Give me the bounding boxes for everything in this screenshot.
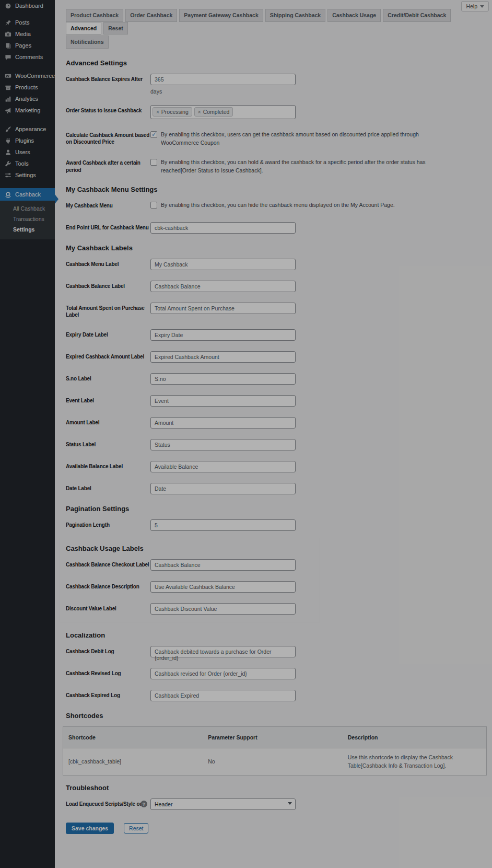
submenu-item-settings[interactable]: Settings	[0, 224, 55, 235]
table-header-shortcode: Shortcode	[63, 726, 203, 748]
field-label: Pagination Length	[66, 519, 150, 531]
settings-row-date-label: Date LabelDate	[66, 483, 482, 494]
field-control: Available Balance	[150, 461, 482, 472]
s-no-label-input[interactable]: S.no	[150, 373, 296, 385]
help-button[interactable]: Help	[461, 1, 489, 11]
field-label: Expired Cashback Amount Label	[66, 351, 150, 363]
cashback-expired-log-input[interactable]: Cashback Expired	[150, 690, 296, 701]
available-balance-label-input[interactable]: Available Balance	[150, 461, 296, 472]
settings-row-award-cashback-after-a-certain-period: Award Cashback after a certain periodBy …	[66, 157, 482, 175]
tab-notifications[interactable]: Notifications	[66, 36, 109, 49]
sidebar-item-plugins[interactable]: Plugins	[0, 135, 55, 146]
settings-row-s-no-label: S.no LabelS.no	[66, 373, 482, 385]
cashback-menu-label-input[interactable]: My Cashback	[150, 259, 296, 270]
cashback-balance-checkout-label-input[interactable]: Cashback Balance	[150, 559, 296, 571]
settings-row-available-balance-label: Available Balance LabelAvailable Balance	[66, 461, 482, 472]
sidebar-item-appearance[interactable]: Appearance	[0, 123, 55, 135]
tab-order-cashback[interactable]: Order Cashback	[125, 9, 177, 22]
tab-credit-debit-cashback[interactable]: Credit/Debit Cashback	[383, 9, 451, 22]
field-label: Calculate Cashback Amount based on Disco…	[66, 130, 150, 147]
section-heading: My Cashback Labels	[66, 244, 482, 252]
tab-cashback-usage[interactable]: Cashback Usage	[327, 9, 381, 22]
cashback-revised-log-input[interactable]: Cashback revised for Order {order_id}	[150, 668, 296, 679]
sidebar-item-dashboard[interactable]: Dashboard	[0, 0, 55, 11]
sidebar-item-label: Users	[15, 149, 30, 155]
field-control: Cashback revised for Order {order_id}	[150, 668, 482, 679]
field-control: Total Amount Spent on Purchase	[150, 303, 482, 319]
field-control: 5	[150, 519, 482, 531]
sidebar-item-woocommerce[interactable]: WooCommerce	[0, 70, 55, 82]
amount-label-input[interactable]: Amount	[150, 417, 296, 429]
settings-row-calculate-cashback-amount-based-on-discounted-price: Calculate Cashback Amount based on Disco…	[66, 130, 482, 147]
pagination-length-input[interactable]: 5	[150, 519, 296, 531]
field-control: By enabling this checkbox, you can hold …	[150, 157, 482, 175]
field-label: My Cashback Menu	[66, 200, 150, 212]
selected-tag-processing: ×Processing	[153, 107, 192, 117]
cashback-balance-label-input[interactable]: Cashback Balance	[150, 281, 296, 292]
field-label: End Point URL for Cashback Menu	[66, 222, 150, 234]
sidebar-item-label: WooCommerce	[15, 73, 55, 79]
remove-tag-icon[interactable]: ×	[156, 109, 159, 115]
total-amount-spent-on-purchase-label-input[interactable]: Total Amount Spent on Purchase	[150, 303, 296, 314]
settings-row-cashback-debit-log: Cashback Debit LogCashback debited towar…	[66, 646, 482, 657]
tab-advanced[interactable]: Advanced	[66, 22, 101, 35]
expired-cashback-amount-label-input[interactable]: Expired Cashback Amount	[150, 351, 296, 363]
section-cashback-usage-labels: Cashback Usage LabelsCashback Balance Ch…	[60, 538, 320, 622]
settings-row-end-point-url-for-cashback-menu: End Point URL for Cashback Menucbk-cashb…	[66, 222, 482, 234]
submenu-item-all-cashback[interactable]: All Cashback	[0, 203, 55, 214]
tools-wrench-icon	[5, 160, 11, 167]
settings-row-cashback-balance-description: Cashback Balance DescriptionUse Availabl…	[66, 581, 320, 593]
dashboard-icon	[5, 3, 11, 9]
field-label: Cashback Balance Description	[66, 581, 150, 593]
expiry-date-label-input[interactable]: Expiry Date	[150, 329, 296, 341]
table-row: [cbk_cashback_table]NoUse this shortcode…	[63, 748, 487, 776]
calculate-cashback-amount-based-on-discounted-price-checkbox[interactable]	[150, 131, 157, 138]
tab-shipping-cashback[interactable]: Shipping Cashback	[265, 9, 325, 22]
field-label: Status Label	[66, 439, 150, 450]
field-control: ×Processing×Completed	[150, 105, 482, 119]
date-label-input[interactable]: Date	[150, 483, 296, 494]
sidebar-item-marketing[interactable]: Marketing	[0, 105, 55, 116]
tab-payment-gateway-cashback[interactable]: Payment Gateway Cashback	[179, 9, 263, 22]
sidebar-item-posts[interactable]: Posts	[0, 17, 55, 28]
field-label: Cashback Menu Label	[66, 259, 150, 270]
award-cashback-after-a-certain-period-checkbox[interactable]	[150, 159, 157, 166]
sidebar-item-label: Cashback	[15, 191, 41, 198]
chevron-down-icon	[480, 5, 484, 8]
reset-button[interactable]: Reset	[124, 823, 148, 834]
event-label-input[interactable]: Event	[150, 395, 296, 407]
sidebar-item-cashback[interactable]: Cashback	[0, 188, 55, 201]
my-cashback-menu-checkbox[interactable]	[150, 202, 157, 209]
save-changes-button[interactable]: Save changes	[66, 823, 114, 834]
cashback-balance-description-input[interactable]: Use Available Cashback Balance	[150, 581, 296, 593]
tab-reset[interactable]: Reset	[103, 22, 128, 35]
discount-value-label-input[interactable]: Cashback Discount Value	[150, 603, 296, 615]
sidebar-item-users[interactable]: Users	[0, 146, 55, 158]
sidebar-item-products[interactable]: Products	[0, 82, 55, 93]
active-menu-caret	[55, 194, 58, 204]
tab-product-cashback[interactable]: Product Cashback	[66, 9, 123, 22]
sidebar-item-pages[interactable]: Pages	[0, 40, 55, 51]
field-control: 365days	[150, 74, 482, 95]
checkbox-description: By enabling this checkbox, you can hold …	[161, 158, 456, 175]
submenu-item-transactions[interactable]: Transactions	[0, 214, 55, 224]
order-status-to-issue-cashback-multiselect[interactable]: ×Processing×Completed	[150, 105, 296, 119]
analytics-chart-icon	[5, 96, 11, 102]
cashback-balance-expires-after-input[interactable]: 365	[150, 74, 296, 85]
cashback-debit-log-input[interactable]: Cashback debited towards a purchase for …	[150, 646, 296, 657]
sidebar-item-settings[interactable]: Settings	[0, 169, 55, 181]
sidebar-item-comments[interactable]: Comments	[0, 51, 55, 63]
sidebar-item-media[interactable]: Media	[0, 28, 55, 40]
table-cell: No	[203, 748, 343, 776]
sidebar-item-tools[interactable]: Tools	[0, 158, 55, 169]
remove-tag-icon[interactable]: ×	[198, 109, 201, 115]
field-control: By enabling this checkbox, users can get…	[150, 130, 482, 147]
tag-label: Processing	[161, 109, 189, 115]
troubleshoot-heading: Troubleshoot	[66, 784, 482, 792]
section-pagination-settings: Pagination SettingsPagination Length5	[66, 505, 482, 531]
load-enqueued-scripts-style-on-select[interactable]: Header	[150, 798, 296, 810]
end-point-url-for-cashback-menu-input[interactable]: cbk-cashback	[150, 222, 296, 234]
sidebar-item-analytics[interactable]: Analytics	[0, 93, 55, 105]
field-label: Cashback Balance Checkout Label	[66, 559, 150, 571]
status-label-input[interactable]: Status	[150, 439, 296, 450]
